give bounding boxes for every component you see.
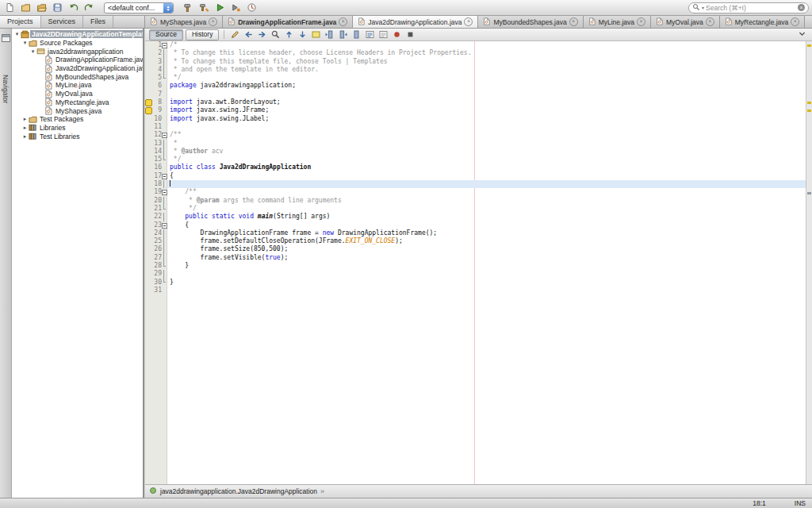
back-icon[interactable] bbox=[243, 29, 255, 40]
code-line[interactable]: 29 bbox=[145, 270, 806, 278]
panel-tab-files[interactable]: Files bbox=[83, 16, 113, 28]
code-text[interactable]: * To change this license header, choose … bbox=[167, 49, 806, 57]
code-text[interactable] bbox=[167, 270, 806, 278]
code-text[interactable]: /* bbox=[167, 41, 806, 49]
code-line[interactable]: 10import javax.swing.JLabel; bbox=[145, 115, 806, 123]
error-stripe-mark[interactable] bbox=[807, 110, 811, 112]
save-all-icon[interactable] bbox=[51, 1, 64, 14]
open-project-icon[interactable] bbox=[35, 1, 48, 14]
forward-icon[interactable] bbox=[256, 29, 268, 40]
code-line[interactable]: 14 * @author acv bbox=[145, 148, 806, 156]
fold-toggle-icon[interactable] bbox=[162, 188, 167, 196]
tree-item[interactable]: ▾Source Packages bbox=[12, 39, 143, 48]
find-selection-icon[interactable] bbox=[270, 29, 282, 40]
tree-item[interactable]: MyLine.java bbox=[12, 81, 143, 90]
editor-tab[interactable]: MyRectangle.java× bbox=[720, 16, 806, 28]
tree-item[interactable]: ▸Libraries bbox=[12, 124, 143, 133]
editor-tab[interactable]: Java2dDrawingApplication.java× bbox=[353, 16, 478, 28]
close-icon[interactable]: × bbox=[706, 17, 714, 26]
new-file-icon[interactable] bbox=[3, 1, 17, 14]
code-text[interactable]: /** bbox=[167, 131, 806, 139]
uncomment-icon[interactable] bbox=[377, 29, 389, 40]
insert-mode-indicator[interactable]: INS bbox=[795, 499, 806, 507]
last-edit-icon[interactable] bbox=[229, 29, 241, 40]
clean-build-icon[interactable] bbox=[197, 1, 211, 14]
navigator-label[interactable]: Navigator bbox=[2, 75, 10, 103]
code-line[interactable]: 13 * bbox=[145, 140, 806, 148]
next-bookmark-icon[interactable] bbox=[337, 29, 349, 40]
tree-item[interactable]: ▸Test Packages bbox=[12, 115, 143, 124]
navigator-window-icon[interactable] bbox=[2, 31, 10, 45]
fold-toggle-icon[interactable] bbox=[162, 172, 167, 180]
toggle-highlight-icon[interactable] bbox=[310, 29, 322, 40]
close-icon[interactable]: × bbox=[569, 17, 578, 26]
error-stripe[interactable] bbox=[806, 41, 812, 484]
toggle-bookmark-icon[interactable] bbox=[350, 29, 362, 40]
error-stripe-mark[interactable] bbox=[807, 102, 811, 104]
breadcrumb-text[interactable]: java2ddrawingapplication.Java2dDrawingAp… bbox=[160, 487, 317, 495]
quick-search[interactable]: ▾ Search (⌘+I) × bbox=[688, 2, 809, 13]
code-line[interactable]: 19 /** bbox=[145, 188, 806, 196]
start-macro-icon[interactable] bbox=[391, 29, 403, 40]
code-text[interactable]: * and open the template in the editor. bbox=[167, 66, 806, 74]
code-text[interactable]: import javax.swing.JLabel; bbox=[167, 115, 806, 123]
code-text[interactable] bbox=[167, 287, 806, 294]
configuration-select[interactable]: <default conf... ▲▼ bbox=[104, 2, 174, 13]
code-text[interactable]: * @author acv bbox=[167, 148, 806, 156]
hint-icon[interactable] bbox=[145, 107, 152, 114]
code-line[interactable]: 20 * @param args the command line argume… bbox=[145, 197, 806, 205]
code-line[interactable]: 26 frame.setSize(850,500); bbox=[145, 245, 806, 253]
code-line[interactable]: 16public class Java2dDrawingApplication bbox=[145, 164, 806, 171]
expand-arrow-icon[interactable]: ▸ bbox=[21, 133, 29, 140]
editor-tab[interactable]: MyOval.java× bbox=[651, 16, 720, 28]
tree-item[interactable]: MyRectangle.java bbox=[12, 98, 143, 107]
code-line[interactable]: 2 * To change this license header, choos… bbox=[145, 49, 806, 57]
source-view-button[interactable]: Source bbox=[149, 29, 183, 40]
code-text[interactable]: } bbox=[167, 279, 806, 287]
code-text[interactable]: import java.awt.BorderLayout; bbox=[167, 98, 806, 106]
tree-item[interactable]: MyBoundedShapes.java bbox=[12, 72, 143, 81]
code-text[interactable]: * bbox=[167, 140, 806, 148]
tree-item[interactable]: MyOval.java bbox=[12, 90, 143, 98]
code-line[interactable]: 24 DrawingApplicationFrame frame = new D… bbox=[145, 229, 806, 237]
history-view-button[interactable]: History bbox=[186, 29, 219, 40]
new-project-icon[interactable] bbox=[19, 1, 33, 14]
editor-tab[interactable]: MyShapes.java× bbox=[145, 16, 223, 28]
code-line[interactable]: 7 bbox=[145, 90, 806, 98]
code-text[interactable] bbox=[167, 123, 806, 131]
fold-toggle-icon[interactable] bbox=[162, 41, 167, 49]
run-project-icon[interactable] bbox=[213, 1, 227, 14]
code-line[interactable]: 3 * To change this template file, choose… bbox=[145, 58, 806, 66]
profile-project-icon[interactable] bbox=[245, 1, 259, 14]
code-editor[interactable]: 1/*2 * To change this license header, ch… bbox=[145, 41, 806, 484]
close-icon[interactable]: × bbox=[209, 17, 217, 26]
code-text[interactable]: */ bbox=[167, 156, 806, 164]
code-text[interactable]: * To change this template file, choose T… bbox=[167, 58, 806, 66]
code-line[interactable]: 15 */ bbox=[145, 156, 806, 164]
code-text[interactable]: package java2ddrawingapplication; bbox=[167, 82, 806, 90]
code-text[interactable]: frame.setDefaultCloseOperation(JFrame.EX… bbox=[167, 237, 806, 245]
code-text[interactable]: { bbox=[167, 221, 806, 229]
tree-item[interactable]: MyShapes.java bbox=[12, 106, 143, 115]
code-line[interactable]: 5 */ bbox=[145, 74, 806, 82]
editor-tab[interactable]: MyBoundedShapes.java× bbox=[478, 16, 583, 28]
panel-tab-services[interactable]: Services bbox=[41, 16, 84, 28]
comment-icon[interactable] bbox=[364, 29, 376, 40]
search-clear-icon[interactable]: × bbox=[798, 4, 805, 11]
code-text[interactable]: public static void main(String[] args) bbox=[167, 213, 806, 221]
code-line[interactable]: 9import javax.swing.JFrame; bbox=[145, 106, 806, 114]
code-line[interactable]: 23 { bbox=[145, 221, 806, 229]
stop-macro-icon[interactable] bbox=[404, 29, 416, 40]
code-text[interactable]: /** bbox=[167, 188, 806, 196]
tree-item[interactable]: DrawingApplicationFrame.java bbox=[12, 56, 143, 64]
breadcrumb-chevron-icon[interactable]: » bbox=[320, 487, 324, 495]
expand-arrow-icon[interactable]: ▾ bbox=[29, 48, 36, 55]
close-icon[interactable]: × bbox=[637, 17, 645, 26]
expand-arrow-icon[interactable]: ▾ bbox=[21, 40, 29, 46]
tree-item[interactable]: ▾Java2DDrawingApplicationTemplate bbox=[12, 30, 143, 39]
close-icon[interactable]: × bbox=[791, 17, 799, 26]
code-line[interactable]: 31 bbox=[145, 287, 806, 294]
navigator-collapsed-strip[interactable]: Navigator bbox=[0, 29, 12, 498]
code-text[interactable]: public class Java2dDrawingApplication bbox=[167, 164, 806, 171]
code-line[interactable]: 12/** bbox=[145, 131, 806, 139]
